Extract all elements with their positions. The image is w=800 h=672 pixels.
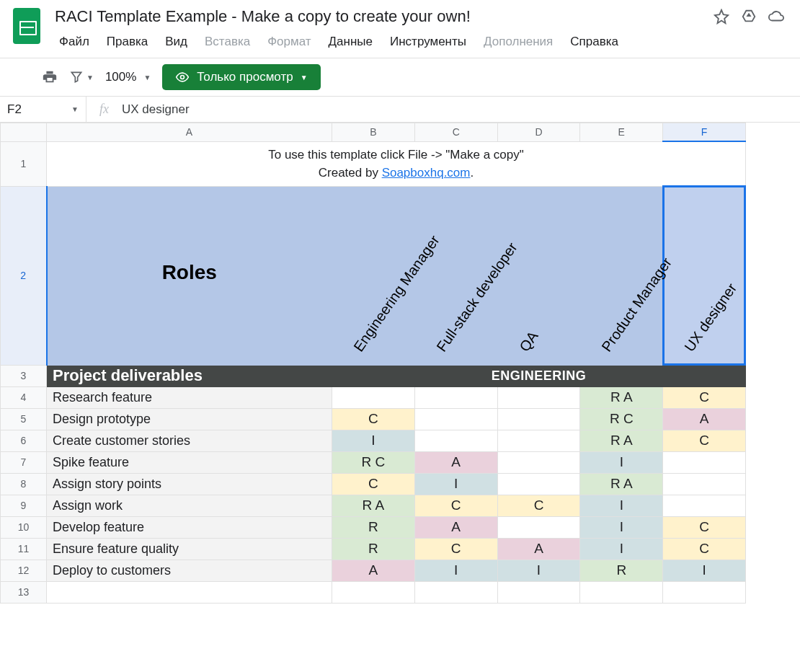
row-header-8[interactable]: 8 — [1, 473, 47, 495]
cell-E7[interactable]: I — [580, 451, 663, 473]
cell-B7[interactable]: R C — [332, 451, 415, 473]
row-header-10[interactable]: 10 — [1, 516, 47, 538]
print-button[interactable] — [42, 69, 58, 85]
cell-A6-task[interactable]: Create customer stories — [47, 430, 332, 451]
menu-data[interactable]: Данные — [321, 32, 380, 52]
cell-F2-selected[interactable]: UX designer — [663, 186, 746, 365]
cell-B3-engineering[interactable]: ENGINEERING — [332, 365, 746, 386]
cell-F4[interactable]: C — [663, 386, 746, 408]
cell-D7[interactable] — [497, 451, 580, 473]
cell-B2[interactable]: Engineering Manager — [332, 186, 415, 365]
row-header-3[interactable]: 3 — [1, 365, 47, 386]
cell-A13[interactable] — [47, 581, 332, 603]
cell-D9[interactable]: C — [497, 495, 580, 516]
cell-E5[interactable]: R C — [580, 408, 663, 430]
cell-A7-task[interactable]: Spike feature — [47, 451, 332, 473]
cell-A2-roles[interactable]: Roles — [47, 186, 332, 365]
cell-A1-instructions[interactable]: To use this template click File -> "Make… — [47, 141, 746, 186]
col-header-B[interactable]: B — [332, 123, 415, 142]
col-header-C[interactable]: C — [414, 123, 497, 142]
cell-D13[interactable] — [497, 581, 580, 603]
document-title[interactable]: RACI Template Example - Make a copy to c… — [52, 6, 474, 27]
cell-A12-task[interactable]: Deploy to customers — [47, 560, 332, 581]
cell-A3-deliverables[interactable]: Project deliverables — [47, 365, 332, 386]
cell-B6[interactable]: I — [332, 430, 415, 451]
cell-E4[interactable]: R A — [580, 386, 663, 408]
cell-D11[interactable]: A — [497, 538, 580, 560]
cloud-status-icon[interactable] — [768, 9, 784, 25]
cell-D12[interactable]: I — [497, 560, 580, 581]
cell-E2[interactable]: Product Manager — [580, 186, 663, 365]
zoom-dropdown[interactable]: 100% ▼ — [105, 70, 151, 84]
row-header-7[interactable]: 7 — [1, 451, 47, 473]
cell-C6[interactable] — [414, 430, 497, 451]
cell-A10-task[interactable]: Develop feature — [47, 516, 332, 538]
cell-D8[interactable] — [497, 473, 580, 495]
row-header-13[interactable]: 13 — [1, 581, 47, 603]
row-header-5[interactable]: 5 — [1, 408, 47, 430]
cell-A5-task[interactable]: Design prototype — [47, 408, 332, 430]
cell-D6[interactable] — [497, 430, 580, 451]
cell-B10[interactable]: R — [332, 516, 415, 538]
cell-E10[interactable]: I — [580, 516, 663, 538]
cell-E13[interactable] — [580, 581, 663, 603]
col-header-F[interactable]: F — [663, 123, 746, 142]
col-header-D[interactable]: D — [497, 123, 580, 142]
sheets-logo[interactable] — [12, 6, 42, 46]
row-header-1[interactable]: 1 — [1, 141, 47, 186]
row-header-4[interactable]: 4 — [1, 386, 47, 408]
formula-content[interactable]: UX designer — [122, 102, 800, 117]
cell-D4[interactable] — [497, 386, 580, 408]
menu-file[interactable]: Файл — [52, 32, 97, 52]
cell-C9[interactable]: C — [414, 495, 497, 516]
cell-E9[interactable]: I — [580, 495, 663, 516]
row-header-9[interactable]: 9 — [1, 495, 47, 516]
star-icon[interactable] — [714, 9, 729, 25]
cell-A4-task[interactable]: Research feature — [47, 386, 332, 408]
cell-F11[interactable]: C — [663, 538, 746, 560]
cell-B5[interactable]: C — [332, 408, 415, 430]
cell-A11-task[interactable]: Ensure feature quality — [47, 538, 332, 560]
cell-F9[interactable] — [663, 495, 746, 516]
cell-C10[interactable]: A — [414, 516, 497, 538]
soapbox-link[interactable]: Soapboxhq.com — [382, 166, 471, 180]
select-all-corner[interactable] — [1, 123, 47, 142]
cell-E12[interactable]: R — [580, 560, 663, 581]
cell-E8[interactable]: R A — [580, 473, 663, 495]
cell-B11[interactable]: R — [332, 538, 415, 560]
row-header-2[interactable]: 2 — [1, 186, 47, 365]
cell-F13[interactable] — [663, 581, 746, 603]
cell-F10[interactable]: C — [663, 516, 746, 538]
menu-help[interactable]: Справка — [563, 32, 626, 52]
cell-D2[interactable]: QA — [497, 186, 580, 365]
name-box[interactable]: F2 ▼ — [0, 97, 86, 122]
cell-B4[interactable] — [332, 386, 415, 408]
row-header-6[interactable]: 6 — [1, 430, 47, 451]
cell-C8[interactable]: I — [414, 473, 497, 495]
cell-B13[interactable] — [332, 581, 415, 603]
cell-C5[interactable] — [414, 408, 497, 430]
cell-C4[interactable] — [414, 386, 497, 408]
cell-C12[interactable]: I — [414, 560, 497, 581]
cell-D5[interactable] — [497, 408, 580, 430]
cell-F12[interactable]: I — [663, 560, 746, 581]
cell-A8-task[interactable]: Assign story points — [47, 473, 332, 495]
cell-B8[interactable]: C — [332, 473, 415, 495]
view-only-button[interactable]: Только просмотр ▼ — [162, 64, 320, 90]
cell-E6[interactable]: R A — [580, 430, 663, 451]
cell-F6[interactable]: C — [663, 430, 746, 451]
menu-edit[interactable]: Правка — [99, 32, 155, 52]
cell-C7[interactable]: A — [414, 451, 497, 473]
cell-A9-task[interactable]: Assign work — [47, 495, 332, 516]
menu-tools[interactable]: Инструменты — [383, 32, 474, 52]
cell-F7[interactable] — [663, 451, 746, 473]
col-header-E[interactable]: E — [580, 123, 663, 142]
cell-C11[interactable]: C — [414, 538, 497, 560]
cell-F8[interactable] — [663, 473, 746, 495]
cell-F5[interactable]: A — [663, 408, 746, 430]
cell-C13[interactable] — [414, 581, 497, 603]
drive-shortcut-icon[interactable] — [741, 9, 757, 25]
cell-B12[interactable]: A — [332, 560, 415, 581]
menu-view[interactable]: Вид — [158, 32, 195, 52]
row-header-11[interactable]: 11 — [1, 538, 47, 560]
